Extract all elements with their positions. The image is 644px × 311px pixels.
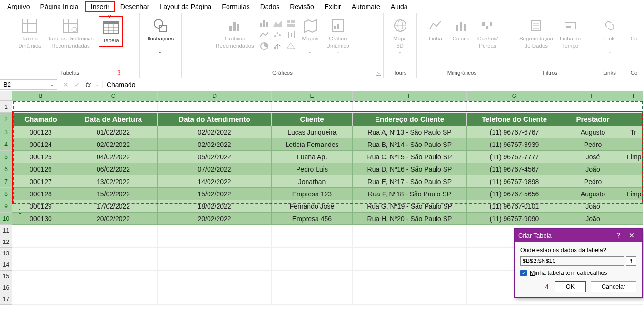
pivot-chart-button[interactable]: GráficoDinâmico⌄ <box>325 16 351 56</box>
cell[interactable]: 04/02/2022 <box>69 151 158 163</box>
cell[interactable]: Empresa 123 <box>272 188 353 200</box>
cell[interactable] <box>272 225 353 236</box>
menu-dados[interactable]: Dados <box>255 1 285 12</box>
cell[interactable]: 000126 <box>12 163 69 175</box>
row-header-16[interactable]: 16 <box>0 282 12 293</box>
cell[interactable] <box>158 293 272 305</box>
col-header-G[interactable]: G <box>467 91 562 101</box>
col-header-F[interactable]: F <box>353 91 467 101</box>
cell[interactable]: João <box>562 200 624 213</box>
cell[interactable]: Lucas Junqueira <box>272 126 353 138</box>
cell[interactable]: (11) 96767-7777 <box>467 151 562 163</box>
cell[interactable] <box>12 248 69 259</box>
formula-input[interactable]: Chamado <box>103 81 644 88</box>
cell[interactable] <box>562 101 624 113</box>
cell[interactable]: Telefone do Cliente <box>467 113 562 126</box>
chart-combo-icon[interactable] <box>272 41 283 51</box>
cell[interactable]: Pedro <box>562 138 624 151</box>
menu-fórmulas[interactable]: Fórmulas <box>217 1 255 12</box>
cell[interactable]: (11) 96767-6767 <box>467 126 562 138</box>
row-header-14[interactable]: 14 <box>0 259 12 271</box>
chart-radar-icon[interactable] <box>286 41 296 51</box>
cell[interactable] <box>272 101 353 113</box>
cell[interactable]: 02/02/2022 <box>158 126 272 138</box>
row-header-5[interactable]: 5 <box>0 151 12 163</box>
row-header-1[interactable]: 1 <box>0 101 12 113</box>
cell[interactable]: (11) 96767-9090 <box>467 213 562 225</box>
col-header-C[interactable]: C <box>69 91 158 101</box>
cell[interactable]: Data do Atendimento <box>158 113 272 126</box>
cell[interactable] <box>12 293 69 305</box>
comment-button[interactable]: Co <box>623 16 644 43</box>
cell[interactable] <box>624 175 643 188</box>
cell[interactable] <box>69 101 158 113</box>
cell[interactable] <box>158 101 272 113</box>
recommended-pivot-button[interactable]: Tabelas DinâmicasRecomendadas <box>46 16 96 50</box>
row-header-8[interactable]: 8 <box>0 188 12 200</box>
cell[interactable]: Jonathan <box>272 175 353 188</box>
row-header-6[interactable]: 6 <box>0 163 12 175</box>
cell[interactable]: 000124 <box>12 138 69 151</box>
cell[interactable]: (11) 96767-0101 <box>467 200 562 213</box>
cell[interactable] <box>158 259 272 271</box>
cell[interactable] <box>272 293 353 305</box>
row-header-10[interactable]: 10 <box>0 213 12 225</box>
chart-stock-icon[interactable] <box>286 29 296 40</box>
cell[interactable]: Tr <box>624 126 643 138</box>
cell[interactable]: Limp <box>624 151 643 163</box>
chart-hierarchy-icon[interactable] <box>286 18 296 29</box>
cell[interactable] <box>353 271 467 282</box>
sparkline-winloss-button[interactable]: Ganhos/Perdas <box>476 16 500 50</box>
cell[interactable]: Rua F, Nº18 - São Paulo SP <box>353 188 467 200</box>
cell[interactable]: 06/02/2022 <box>69 163 158 175</box>
cell[interactable]: Empresa 456 <box>272 213 353 225</box>
cell[interactable] <box>272 282 353 293</box>
cell[interactable] <box>353 293 467 305</box>
cell[interactable] <box>353 225 467 236</box>
cell[interactable] <box>158 236 272 248</box>
row-header-17[interactable]: 17 <box>0 293 12 305</box>
cell[interactable] <box>624 113 643 126</box>
cell[interactable] <box>12 259 69 271</box>
cell[interactable]: 000127 <box>12 175 69 188</box>
cell[interactable]: 15/02/2022 <box>69 188 158 200</box>
cell[interactable]: Rua D, Nº16 - São Paulo SP <box>353 163 467 175</box>
cell[interactable] <box>69 236 158 248</box>
cell[interactable]: Fernando José <box>272 200 353 213</box>
map3d-button[interactable]: Mapa3D⌄ <box>389 16 412 56</box>
cell[interactable]: Pedro <box>562 175 624 188</box>
cell[interactable]: 01/02/2022 <box>69 126 158 138</box>
range-input[interactable]: $B$2:$N$10 <box>520 256 624 266</box>
menu-inserir[interactable]: Inserir <box>85 1 115 12</box>
menu-exibir[interactable]: Exibir <box>319 1 347 12</box>
cell[interactable] <box>272 271 353 282</box>
cell[interactable]: 15/02/2022 <box>158 188 272 200</box>
chart-pie-icon[interactable] <box>259 41 269 51</box>
col-header-D[interactable]: D <box>158 91 272 101</box>
cell[interactable]: Limp <box>624 188 643 200</box>
cell[interactable] <box>624 200 643 213</box>
charts-dialog-launcher[interactable]: ↘ <box>376 70 381 76</box>
cell[interactable] <box>353 282 467 293</box>
cell[interactable] <box>272 248 353 259</box>
cell[interactable]: Endereço do Cliente <box>353 113 467 126</box>
chart-scatter-icon[interactable] <box>272 29 283 40</box>
cell[interactable]: Rua H, Nº20 - São Paulo SP <box>353 213 467 225</box>
cell[interactable] <box>353 101 467 113</box>
chart-line-icon[interactable] <box>259 29 269 40</box>
cell[interactable]: Rua B, Nº14 - São Paulo SP <box>353 138 467 151</box>
cell[interactable]: (11) 96767-4567 <box>467 163 562 175</box>
cell[interactable]: José <box>562 151 624 163</box>
cell[interactable] <box>624 101 643 113</box>
cell[interactable] <box>353 248 467 259</box>
row-header-9[interactable]: 9 <box>0 200 12 213</box>
row-header-7[interactable]: 7 <box>0 175 12 188</box>
cell[interactable]: Cliente <box>272 113 353 126</box>
cell[interactable]: Data de Abertura <box>69 113 158 126</box>
row-header-11[interactable]: 11 <box>0 225 12 236</box>
cell[interactable] <box>353 236 467 248</box>
col-header-H[interactable]: H <box>562 91 624 101</box>
col-header-B[interactable]: B <box>12 91 69 101</box>
cell[interactable]: 02/02/2022 <box>158 138 272 151</box>
cell[interactable]: 18/02/2022 <box>158 200 272 213</box>
